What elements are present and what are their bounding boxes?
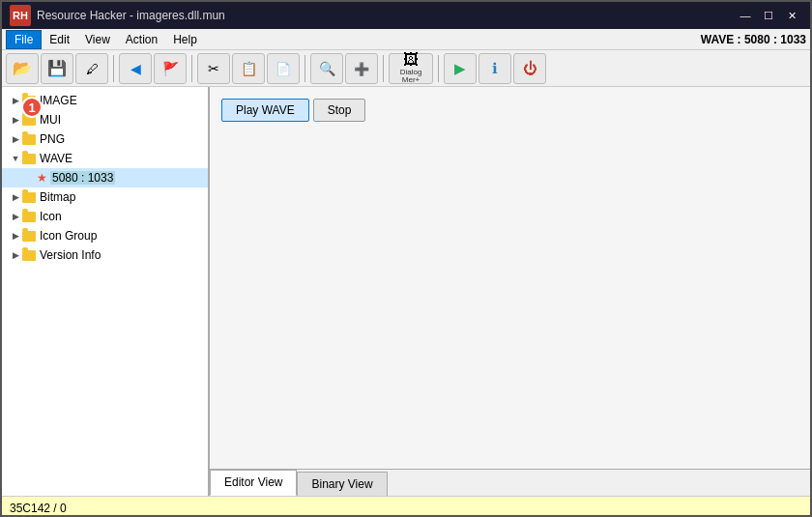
folder-icon-icon-group (21, 229, 37, 243)
tree-arrow-wave-child (29, 172, 37, 184)
stop-button[interactable]: Stop (313, 99, 366, 122)
title-bar: RH Resource Hacker - imageres.dll.mun — … (2, 2, 810, 29)
copy-button[interactable] (232, 53, 265, 84)
tree-item-version-info[interactable]: ▶ Version Info (2, 245, 208, 265)
tree-item-wave[interactable]: ▼ WAVE (2, 149, 208, 168)
paste-button[interactable] (267, 53, 300, 84)
menu-help[interactable]: Help (165, 31, 205, 48)
tab-binary-view[interactable]: Binary View (297, 472, 387, 496)
tree-label-icon: Icon (40, 210, 62, 223)
tree-item-wave-child[interactable]: ★ 5080 : 1033 (2, 168, 208, 187)
tree-arrow-png: ▶ (10, 133, 21, 145)
toolbar: 1 🖼 DialogMer+ (2, 50, 810, 87)
menu-edit[interactable]: Edit (42, 31, 77, 48)
tree-arrow-mui: ▶ (10, 114, 21, 126)
folder-icon-png (21, 132, 37, 146)
back-button[interactable] (119, 53, 152, 84)
tree-item-png[interactable]: ▶ PNG (2, 129, 208, 149)
cut-button[interactable] (197, 53, 230, 84)
toolbar-sep-4 (383, 55, 384, 82)
tree-label-version-info: Version Info (40, 248, 101, 262)
title-bar-title: Resource Hacker - imageres.dll.mun (37, 9, 225, 22)
tree-item-icon[interactable]: ▶ Icon (2, 207, 208, 226)
toolbar-sep-2 (191, 55, 192, 82)
menu-view[interactable]: View (77, 31, 118, 48)
tree-arrow-version-info: ▶ (10, 249, 21, 261)
toolbar-sep-3 (304, 55, 305, 82)
tree-label-png: PNG (40, 132, 65, 146)
tree-label-mui: MUI (40, 113, 61, 127)
app-icon: RH (10, 5, 31, 26)
star-icon: ★ (37, 171, 47, 185)
status-text: 35C142 / 0 (10, 502, 67, 515)
open-button[interactable] (6, 53, 39, 84)
tree-arrow-bitmap: ▶ (10, 191, 21, 203)
run-button[interactable] (444, 53, 477, 84)
minimize-button[interactable]: — (735, 7, 756, 24)
tab-editor-view[interactable]: Editor View (210, 470, 297, 496)
folder-icon-bitmap (21, 190, 37, 204)
find-button[interactable] (310, 53, 343, 84)
save-button[interactable] (41, 53, 73, 84)
tree-label-bitmap: Bitmap (40, 190, 75, 204)
tree-item-icon-group[interactable]: ▶ Icon Group (2, 226, 208, 245)
tree-label-wave-child: 5080 : 1033 (50, 171, 115, 185)
badge-number: 1 (21, 97, 43, 118)
tree-arrow-wave: ▼ (10, 153, 21, 164)
tree-label-image: IMAGE (40, 94, 77, 107)
status-bar: 35C142 / 0 (2, 496, 810, 517)
bottom-tabs: Editor View Binary View (210, 469, 810, 496)
tree-panel: ▶ IMAGE ▶ MUI ▶ PNG ▼ WAVE ★ 5080 : 1033 (2, 87, 210, 496)
menu-file[interactable]: File (6, 30, 42, 49)
maximize-button[interactable]: ☐ (758, 7, 779, 24)
folder-icon-version-info (21, 248, 37, 262)
content-panel: Play WAVE Stop Editor View Binary View (210, 87, 810, 496)
tree-arrow-icon-group: ▶ (10, 230, 21, 242)
close-button[interactable]: ✕ (781, 7, 802, 24)
wave-status: WAVE : 5080 : 1033 (701, 33, 806, 46)
forward-button[interactable] (154, 53, 187, 84)
dialog-menu-button[interactable]: 🖼 DialogMer+ (389, 53, 433, 84)
info-button[interactable] (478, 53, 511, 84)
tree-label-wave: WAVE (40, 152, 72, 165)
play-wave-button[interactable]: Play WAVE (221, 99, 309, 122)
menu-bar: File Edit View Action Help WAVE : 5080 :… (2, 29, 810, 50)
add-resource-button[interactable] (345, 53, 378, 84)
tree-item-bitmap[interactable]: ▶ Bitmap (2, 187, 208, 207)
toolbar-sep-5 (438, 55, 439, 82)
toolbar-sep-1 (113, 55, 114, 82)
tree-arrow-icon: ▶ (10, 211, 21, 222)
save-as-button[interactable] (75, 53, 108, 84)
tree-arrow-image: ▶ (10, 95, 21, 106)
folder-icon-icon (21, 210, 37, 223)
power-button[interactable] (513, 53, 546, 84)
folder-icon-wave (21, 152, 37, 165)
tree-label-icon-group: Icon Group (40, 229, 97, 243)
menu-action[interactable]: Action (118, 31, 165, 48)
